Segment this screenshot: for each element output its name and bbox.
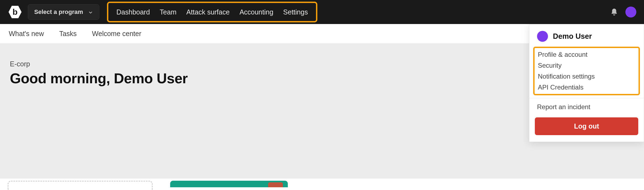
user-menu-highlight: Profile & account Security Notification …: [533, 47, 640, 95]
menu-security[interactable]: Security: [538, 62, 635, 69]
chevron-down-icon: [88, 10, 93, 14]
menu-notification-settings[interactable]: Notification settings: [538, 73, 635, 80]
nav-attack-surface[interactable]: Attack surface: [186, 8, 230, 16]
avatar[interactable]: [625, 7, 636, 17]
user-menu-header: Demo User: [529, 24, 644, 47]
user-name: Demo User: [553, 32, 592, 41]
svg-text:b: b: [13, 7, 18, 16]
card-teal[interactable]: [170, 181, 288, 187]
nav-settings[interactable]: Settings: [283, 8, 308, 16]
topbar-right: [610, 7, 636, 17]
menu-profile-account[interactable]: Profile & account: [538, 51, 635, 58]
menu-report-incident[interactable]: Report an incident: [529, 103, 644, 116]
user-menu-panel: Demo User Profile & account Security Not…: [529, 24, 644, 142]
subnav-tasks[interactable]: Tasks: [59, 30, 77, 38]
program-select-label: Select a program: [34, 8, 83, 16]
nav-team[interactable]: Team: [160, 8, 176, 16]
logout-button[interactable]: Log out: [535, 117, 638, 135]
cards-row: [8, 181, 288, 190]
nav-dashboard[interactable]: Dashboard: [117, 8, 150, 16]
bell-icon[interactable]: [610, 8, 618, 16]
program-select-button[interactable]: Select a program: [28, 4, 99, 20]
logo-icon[interactable]: b: [8, 5, 22, 19]
menu-api-credentials[interactable]: API Credentials: [538, 84, 635, 91]
main-nav-highlight: Dashboard Team Attack surface Accounting…: [107, 2, 318, 22]
nav-accounting[interactable]: Accounting: [239, 8, 273, 16]
topbar: b Select a program Dashboard Team Attack…: [0, 0, 644, 24]
subnav-welcome-center[interactable]: Welcome center: [92, 30, 141, 38]
subnav-whats-new[interactable]: What's new: [9, 30, 44, 38]
card-placeholder[interactable]: [8, 181, 153, 190]
avatar: [537, 31, 548, 42]
divider: [529, 98, 644, 98]
